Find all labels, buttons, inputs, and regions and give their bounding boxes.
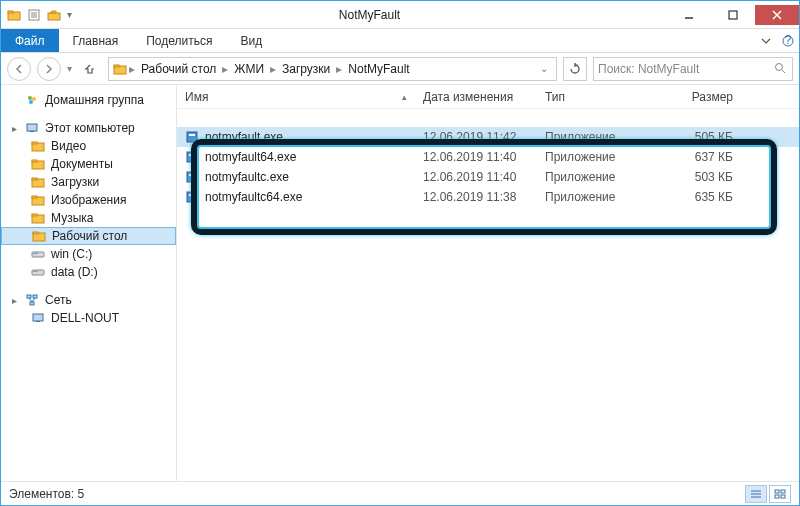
view-details-button[interactable] bbox=[745, 485, 767, 503]
svg-rect-21 bbox=[27, 124, 37, 131]
tree-item[interactable]: Документы bbox=[1, 155, 176, 173]
close-button[interactable] bbox=[755, 5, 799, 25]
svg-rect-40 bbox=[33, 295, 37, 298]
svg-rect-49 bbox=[189, 154, 195, 156]
ribbon-expand-icon[interactable] bbox=[755, 29, 777, 52]
file-row[interactable] bbox=[177, 113, 799, 127]
help-icon[interactable]: ? bbox=[777, 29, 799, 52]
column-header-date[interactable]: Дата изменения bbox=[415, 90, 537, 104]
tree-label: Музыка bbox=[51, 211, 93, 225]
search-icon[interactable] bbox=[774, 62, 788, 76]
breadcrumb-sep-icon[interactable]: ▸ bbox=[334, 62, 344, 76]
explorer-window: ▾ NotMyFault Файл Главная Поделиться Вид… bbox=[0, 0, 800, 506]
caret-icon[interactable]: ▸ bbox=[9, 295, 19, 306]
search-input[interactable] bbox=[598, 62, 774, 76]
column-header-size[interactable]: Размер bbox=[653, 90, 741, 104]
address-bar[interactable]: ▸ Рабочий стол▸ ЖМИ▸ Загрузки▸ NotMyFaul… bbox=[108, 57, 557, 81]
svg-rect-1 bbox=[8, 11, 13, 13]
tree-item[interactable]: Рабочий стол bbox=[1, 227, 176, 245]
refresh-button[interactable] bbox=[563, 57, 587, 81]
svg-line-42 bbox=[29, 298, 32, 302]
minimize-button[interactable] bbox=[667, 5, 711, 25]
tree-label: data (D:) bbox=[51, 265, 98, 279]
svg-rect-39 bbox=[27, 295, 31, 298]
breadcrumb-item[interactable]: NotMyFault bbox=[344, 62, 413, 76]
svg-marker-7 bbox=[50, 11, 56, 13]
properties-icon[interactable] bbox=[27, 8, 41, 22]
pc-icon bbox=[31, 311, 45, 325]
breadcrumb-item[interactable]: Загрузки bbox=[278, 62, 334, 76]
file-name: notmyfault64.exe bbox=[205, 150, 296, 164]
svg-rect-48 bbox=[187, 152, 197, 162]
svg-rect-38 bbox=[33, 271, 38, 272]
file-row[interactable]: notmyfault.exe12.06.2019 11:42Приложение… bbox=[177, 127, 799, 147]
drive-icon bbox=[31, 247, 45, 261]
tab-file[interactable]: Файл bbox=[1, 29, 59, 52]
breadcrumb-sep-icon[interactable]: ▸ bbox=[127, 62, 137, 76]
svg-rect-28 bbox=[32, 178, 37, 180]
window-title: NotMyFault bbox=[72, 8, 667, 22]
folder-icon bbox=[31, 139, 45, 153]
caret-icon[interactable]: ▸ bbox=[9, 123, 19, 134]
folder-icon bbox=[31, 211, 45, 225]
tab-view[interactable]: Вид bbox=[226, 29, 276, 52]
svg-point-19 bbox=[32, 97, 36, 101]
search-box[interactable] bbox=[593, 57, 793, 81]
tree-item[interactable]: Музыка bbox=[1, 209, 176, 227]
svg-rect-37 bbox=[32, 270, 44, 275]
svg-rect-52 bbox=[187, 192, 197, 202]
file-size: 505 КБ bbox=[653, 130, 741, 144]
tree-label: Сеть bbox=[45, 293, 72, 307]
view-icons-button[interactable] bbox=[769, 485, 791, 503]
file-row[interactable]: notmyfault64.exe12.06.2019 11:40Приложен… bbox=[177, 147, 799, 167]
file-type: Приложение bbox=[537, 130, 653, 144]
address-dropdown-icon[interactable]: ⌄ bbox=[536, 63, 552, 74]
tree-group[interactable]: ▸Этот компьютер bbox=[1, 119, 176, 137]
breadcrumb-item[interactable]: ЖМИ bbox=[230, 62, 268, 76]
navigation-pane[interactable]: Домашняя группа▸Этот компьютерВидеоДокум… bbox=[1, 85, 177, 481]
folder-icon bbox=[31, 157, 45, 171]
svg-rect-24 bbox=[32, 142, 37, 144]
tree-item[interactable]: Изображения bbox=[1, 191, 176, 209]
tree-label: DELL-NOUT bbox=[51, 311, 119, 325]
tree-item[interactable]: DELL-NOUT bbox=[1, 309, 176, 327]
homegroup-icon bbox=[25, 93, 39, 107]
svg-rect-59 bbox=[775, 495, 779, 498]
file-row[interactable]: notmyfaultc64.exe12.06.2019 11:38Приложе… bbox=[177, 187, 799, 207]
nav-forward-button[interactable] bbox=[37, 57, 61, 81]
breadcrumb-sep-icon[interactable]: ▸ bbox=[268, 62, 278, 76]
svg-rect-57 bbox=[775, 490, 779, 493]
svg-rect-34 bbox=[33, 232, 38, 234]
file-row[interactable]: notmyfaultc.exe12.06.2019 11:40Приложени… bbox=[177, 167, 799, 187]
folder-icon bbox=[31, 175, 45, 189]
tree-group[interactable]: Домашняя группа bbox=[1, 91, 176, 109]
file-type: Приложение bbox=[537, 170, 653, 184]
nav-up-button[interactable] bbox=[78, 57, 102, 81]
nav-back-button[interactable] bbox=[7, 57, 31, 81]
tab-share[interactable]: Поделиться bbox=[132, 29, 226, 52]
item-count-label: Элементов: 5 bbox=[9, 487, 84, 501]
svg-rect-35 bbox=[32, 252, 44, 257]
file-list[interactable]: notmyfault.exe12.06.2019 11:42Приложение… bbox=[177, 109, 799, 481]
maximize-button[interactable] bbox=[711, 5, 755, 25]
tree-item[interactable]: data (D:) bbox=[1, 263, 176, 281]
open-folder-icon[interactable] bbox=[47, 8, 61, 22]
nav-history-icon[interactable]: ▾ bbox=[67, 63, 72, 74]
svg-rect-6 bbox=[48, 13, 60, 20]
svg-rect-9 bbox=[729, 11, 737, 19]
file-name: notmyfaultc.exe bbox=[205, 170, 289, 184]
breadcrumb-item[interactable]: Рабочий стол bbox=[137, 62, 220, 76]
exe-icon bbox=[185, 170, 199, 184]
tree-item[interactable]: win (C:) bbox=[1, 245, 176, 263]
column-header-type[interactable]: Тип bbox=[537, 90, 653, 104]
tree-group[interactable]: ▸Сеть bbox=[1, 291, 176, 309]
tree-item[interactable]: Видео bbox=[1, 137, 176, 155]
tab-home[interactable]: Главная bbox=[59, 29, 133, 52]
svg-point-16 bbox=[776, 63, 783, 70]
file-date: 12.06.2019 11:38 bbox=[415, 190, 537, 204]
column-header-name[interactable]: Имя▴ bbox=[177, 90, 415, 104]
breadcrumb-sep-icon[interactable]: ▸ bbox=[220, 62, 230, 76]
svg-rect-44 bbox=[33, 314, 43, 321]
tree-item[interactable]: Загрузки bbox=[1, 173, 176, 191]
status-bar: Элементов: 5 bbox=[1, 481, 799, 505]
